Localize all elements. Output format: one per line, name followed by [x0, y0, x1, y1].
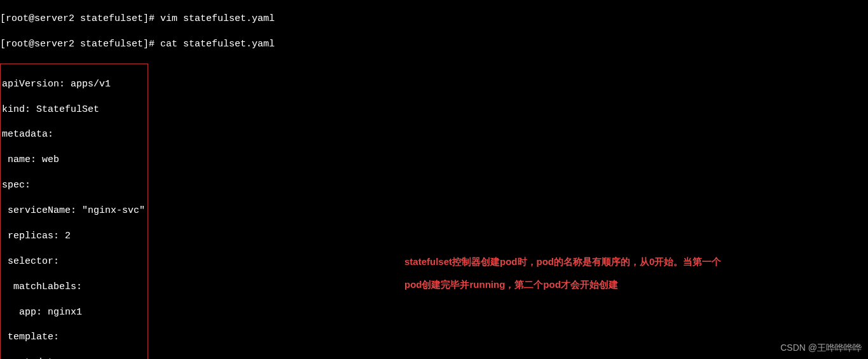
- yaml-line: metadata:: [2, 356, 145, 359]
- terminal-output: [root@server2 statefulset]# vim stateful…: [0, 0, 868, 359]
- shell-prompt: [root@server2 statefulset]#: [0, 39, 160, 50]
- yaml-line: name: web: [2, 154, 145, 166]
- prompt-line-2: [root@server2 statefulset]# cat stateful…: [0, 38, 868, 51]
- command-text: cat statefulset.yaml: [160, 39, 275, 50]
- yaml-content-box: apiVersion: apps/v1 kind: StatefulSet me…: [0, 64, 148, 359]
- yaml-line: replicas: 2: [2, 230, 145, 243]
- yaml-line: metadata:: [2, 128, 145, 141]
- yaml-line: kind: StatefulSet: [2, 104, 145, 116]
- yaml-line: serviceName: "nginx-svc": [2, 205, 145, 217]
- yaml-line: template:: [2, 331, 145, 344]
- watermark-text: CSDN @王哗哗哗哗: [780, 342, 862, 354]
- yaml-line: matchLabels:: [2, 281, 145, 294]
- yaml-line: apiVersion: apps/v1: [2, 78, 145, 91]
- annotation-line-2: pod创建完毕并running，第二个pod才会开始创建: [404, 273, 721, 296]
- yaml-line: app: nginx1: [2, 306, 145, 319]
- shell-prompt: [root@server2 statefulset]#: [0, 13, 160, 24]
- yaml-line: selector:: [2, 255, 145, 268]
- command-text: vim statefulset.yaml: [160, 13, 275, 24]
- annotation-line-1: statefulset控制器创建pod时，pod的名称是有顺序的，从0开始。当第…: [404, 250, 721, 273]
- yaml-line: spec:: [2, 179, 145, 192]
- red-annotation: statefulset控制器创建pod时，pod的名称是有顺序的，从0开始。当第…: [404, 250, 721, 296]
- prompt-line-1: [root@server2 statefulset]# vim stateful…: [0, 13, 868, 25]
